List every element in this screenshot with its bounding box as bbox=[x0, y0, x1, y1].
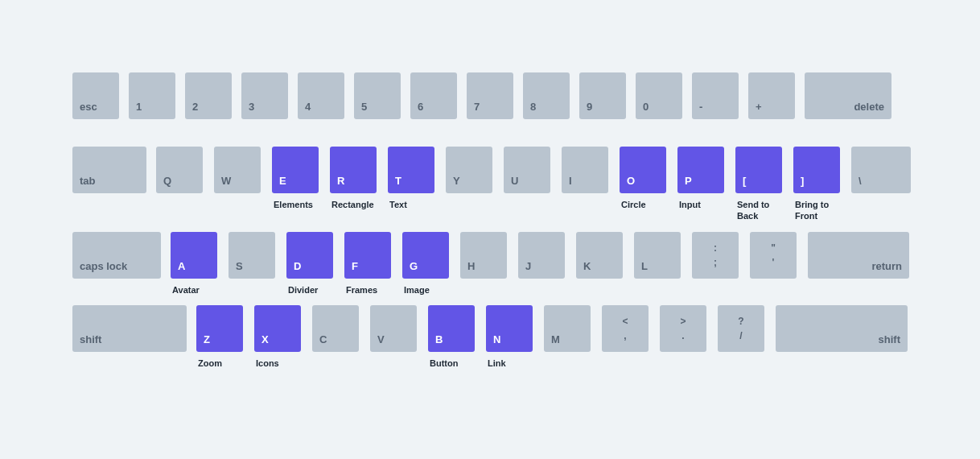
key-semicolon[interactable]: :; bbox=[692, 232, 739, 279]
key-cap-8: 8 bbox=[530, 101, 536, 112]
key-shift-left[interactable]: shift bbox=[72, 305, 187, 352]
key-action-label-P: Input bbox=[677, 193, 726, 210]
key-S[interactable]: S bbox=[229, 232, 275, 279]
key-cap-bracket-close: ] bbox=[801, 176, 804, 186]
key-2[interactable]: 2 bbox=[185, 72, 232, 119]
key-cap-9: 9 bbox=[587, 101, 592, 112]
key-shift-right[interactable]: shift bbox=[776, 305, 908, 352]
key-cap-M: M bbox=[551, 334, 560, 345]
key-wrap-Y: Y. bbox=[446, 147, 494, 222]
key-Z[interactable]: Z bbox=[196, 305, 243, 352]
key-bracket-open[interactable]: [ bbox=[735, 147, 782, 193]
key-tab[interactable]: tab bbox=[72, 147, 146, 193]
key-wrap-N: NLink bbox=[486, 305, 534, 369]
key-cap-period-0: > bbox=[680, 316, 686, 326]
key-action-label-F: Frames bbox=[344, 279, 393, 296]
key-period[interactable]: >. bbox=[660, 305, 706, 352]
key-cap-7: 7 bbox=[474, 101, 480, 112]
key-cap-semicolon-1: ; bbox=[714, 258, 717, 267]
key-esc[interactable]: esc bbox=[72, 72, 119, 119]
key-cap-J: J bbox=[525, 261, 531, 271]
key-action-label-bracket-close: Bring to Front bbox=[793, 193, 842, 222]
keyboard-row-2: caps lock.AAvatarS.DDividerFFramesGImage… bbox=[72, 232, 908, 296]
key-wrap-V: V. bbox=[370, 305, 418, 369]
key-O[interactable]: O bbox=[620, 147, 666, 193]
key-action-label-N: Link bbox=[486, 352, 534, 369]
key-I[interactable]: I bbox=[562, 147, 608, 193]
key-wrap-caps-lock: caps lock. bbox=[72, 232, 161, 296]
key-quote[interactable]: "' bbox=[750, 232, 797, 279]
key-9[interactable]: 9 bbox=[579, 72, 626, 119]
key-W[interactable]: W bbox=[214, 147, 261, 193]
key-H[interactable]: H bbox=[460, 232, 507, 279]
key-N[interactable]: N bbox=[486, 305, 533, 352]
key-Y[interactable]: Y bbox=[446, 147, 492, 193]
key-comma[interactable]: <, bbox=[602, 305, 649, 352]
key-6[interactable]: 6 bbox=[410, 72, 457, 119]
key-4[interactable]: 4 bbox=[298, 72, 344, 119]
key-K[interactable]: K bbox=[576, 232, 623, 279]
key-action-label-Z: Zoom bbox=[196, 352, 245, 369]
key-E[interactable]: E bbox=[272, 147, 319, 193]
key-cap-C: C bbox=[319, 334, 327, 345]
key-cap-comma-1: , bbox=[624, 331, 626, 341]
key-R[interactable]: R bbox=[330, 147, 377, 193]
key-V[interactable]: V bbox=[370, 305, 417, 352]
key-wrap-S: S. bbox=[229, 232, 277, 296]
key-0[interactable]: 0 bbox=[636, 72, 682, 119]
key-backslash[interactable]: \ bbox=[851, 147, 911, 193]
key-action-label-R: Rectangle bbox=[330, 193, 378, 210]
key-M[interactable]: M bbox=[544, 305, 591, 352]
key-J[interactable]: J bbox=[518, 232, 565, 279]
key-wrap-9: 9 bbox=[579, 72, 626, 119]
key-cap-slash-1: / bbox=[739, 331, 742, 341]
key-cap-semicolon-0: : bbox=[714, 243, 717, 253]
key-action-label-B: Button bbox=[428, 352, 476, 369]
key-slash[interactable]: ?/ bbox=[718, 305, 764, 352]
key-return[interactable]: return bbox=[808, 232, 909, 279]
key-8[interactable]: 8 bbox=[523, 72, 570, 119]
key-wrap-semicolon: :;. bbox=[692, 232, 740, 296]
key-minus[interactable]: - bbox=[692, 72, 739, 119]
key-1[interactable]: 1 bbox=[129, 72, 175, 119]
key-T[interactable]: T bbox=[388, 147, 434, 193]
key-Q[interactable]: Q bbox=[156, 147, 203, 193]
key-wrap-G: GImage bbox=[402, 232, 451, 296]
key-U[interactable]: U bbox=[504, 147, 550, 193]
key-D[interactable]: D bbox=[286, 232, 333, 279]
key-5[interactable]: 5 bbox=[354, 72, 401, 119]
key-L[interactable]: L bbox=[634, 232, 681, 279]
key-cap-quote-0: " bbox=[771, 243, 776, 253]
key-wrap-2: 2 bbox=[185, 72, 232, 119]
key-cap-K: K bbox=[583, 261, 591, 271]
key-wrap-bracket-open: [Send to Back bbox=[735, 147, 784, 222]
key-cap-5: 5 bbox=[361, 101, 367, 112]
keyboard-row-3: shift.ZZoomXIconsC.V.BButtonNLinkM.<,.>.… bbox=[72, 305, 908, 369]
key-wrap-O: OCircle bbox=[620, 147, 668, 222]
key-delete[interactable]: delete bbox=[805, 72, 891, 119]
key-caps-lock[interactable]: caps lock bbox=[72, 232, 161, 279]
key-cap-A: A bbox=[178, 261, 185, 271]
key-F[interactable]: F bbox=[344, 232, 391, 279]
key-A[interactable]: A bbox=[171, 232, 217, 279]
key-G[interactable]: G bbox=[402, 232, 449, 279]
key-X[interactable]: X bbox=[254, 305, 301, 352]
key-cap-esc: esc bbox=[80, 101, 97, 112]
key-7[interactable]: 7 bbox=[467, 72, 513, 119]
key-action-label-E: Elements bbox=[272, 193, 320, 210]
key-cap-L: L bbox=[641, 261, 648, 271]
key-C[interactable]: C bbox=[312, 305, 359, 352]
key-plus[interactable]: + bbox=[748, 72, 795, 119]
key-P[interactable]: P bbox=[677, 147, 724, 193]
key-3[interactable]: 3 bbox=[241, 72, 288, 119]
key-wrap-L: L. bbox=[634, 232, 682, 296]
key-cap-2: 2 bbox=[192, 101, 198, 112]
key-cap-slash-0: ? bbox=[738, 316, 743, 326]
key-wrap-quote: "'. bbox=[750, 232, 798, 296]
key-B[interactable]: B bbox=[428, 305, 475, 352]
key-cap-return: return bbox=[871, 261, 902, 271]
key-bracket-close[interactable]: ] bbox=[793, 147, 840, 193]
key-cap-N: N bbox=[493, 334, 500, 345]
key-wrap-W: W. bbox=[214, 147, 262, 222]
key-wrap-Q: Q. bbox=[156, 147, 204, 222]
